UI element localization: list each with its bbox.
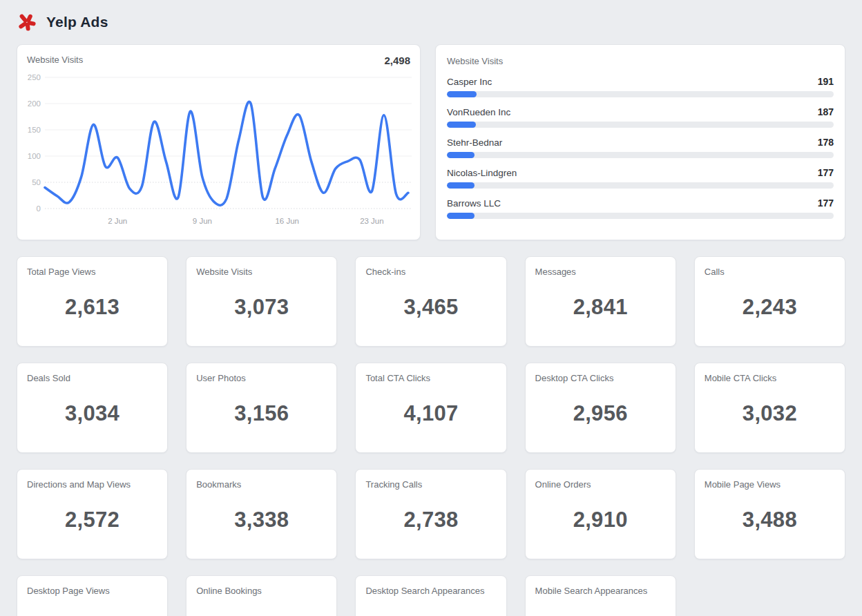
metric-value-area: [196, 597, 327, 616]
metric-value-area: 2,956: [535, 384, 666, 443]
metric-value: 3,338: [234, 508, 289, 532]
chart-total-value: 2,498: [384, 55, 410, 66]
leaderboard-row-header: Barrows LLC177: [447, 198, 834, 209]
progress-bar-track: [447, 91, 834, 97]
leaderboard-row-header: VonRueden Inc187: [447, 106, 834, 117]
metric-card: User Photos3,156: [186, 363, 337, 453]
metric-value: 2,956: [573, 401, 628, 426]
metric-value-area: 3,073: [196, 278, 327, 336]
metric-card: Calls2,243: [694, 256, 845, 347]
metric-card: Total CTA Clicks4,107: [355, 363, 506, 453]
metric-value-area: 4,107: [365, 384, 496, 443]
company-value: 177: [818, 198, 834, 209]
y-axis-tick-label: 0: [37, 204, 41, 213]
page-title: Yelp Ads: [46, 14, 108, 30]
metric-value-area: 3,488: [705, 490, 835, 549]
metric-label: Total Page Views: [27, 267, 157, 278]
leaderboard-row: Nicolas-Lindgren177: [447, 167, 834, 189]
metric-card: Deals Sold3,034: [17, 363, 168, 453]
metric-label: Online Orders: [535, 479, 666, 490]
metric-card: Mobile Page Views3,488: [694, 469, 845, 559]
metric-label: Desktop CTA Clicks: [535, 373, 666, 384]
progress-bar-fill: [447, 182, 475, 189]
metric-label: Mobile Page Views: [705, 479, 835, 490]
y-axis-tick-label: 250: [28, 73, 41, 81]
leaderboard-row-header: Casper Inc191: [447, 76, 834, 87]
yelp-burst-icon: [17, 11, 37, 33]
website-visits-line-chart: 0501001502002502 Jun9 Jun16 Jun23 Jun: [27, 69, 412, 231]
leaderboard-row-header: Nicolas-Lindgren177: [447, 167, 834, 178]
header: Yelp Ads: [0, 0, 862, 44]
company-name: Stehr-Bednar: [447, 137, 502, 148]
metric-label: Bookmarks: [196, 479, 327, 490]
metric-label: Check-ins: [365, 267, 496, 278]
metric-card: Tracking Calls2,738: [355, 469, 506, 559]
leaderboard-title: Website Visits: [447, 56, 834, 67]
metric-card: Website Visits3,073: [186, 256, 337, 347]
progress-bar-fill: [447, 213, 475, 219]
metric-label: Desktop Search Appearances: [365, 586, 496, 597]
metric-value-area: 3,156: [196, 384, 327, 443]
metric-card: Messages2,841: [525, 256, 676, 347]
progress-bar-track: [447, 152, 834, 158]
metric-value-area: 3,338: [196, 490, 327, 549]
company-value: 177: [818, 167, 834, 178]
chart-card-header: Website Visits 2,498: [27, 55, 410, 66]
x-axis-tick-label: 9 Jun: [193, 217, 212, 225]
y-axis-tick-label: 100: [28, 152, 41, 160]
y-axis-tick-label: 50: [32, 178, 41, 186]
metric-label: Deals Sold: [27, 373, 157, 384]
website-visits-chart-card: Website Visits 2,498 0501001502002502 Ju…: [17, 44, 421, 240]
metric-card: Mobile CTA Clicks3,032: [694, 363, 845, 453]
metric-label: Mobile Search Appearances: [535, 586, 666, 597]
metric-card: Total Page Views2,613: [17, 256, 168, 347]
progress-bar-track: [447, 182, 834, 189]
metric-card: Desktop Search Appearances: [355, 575, 506, 616]
metric-card: Online Bookings: [186, 575, 337, 616]
metric-value-area: 2,243: [705, 278, 835, 336]
metric-label: Website Visits: [196, 267, 327, 278]
metric-value-area: 3,465: [365, 278, 496, 336]
metric-label: Messages: [535, 267, 666, 278]
metric-value: 2,738: [403, 508, 458, 532]
metric-value: 3,465: [403, 295, 458, 320]
metric-label: Calls: [705, 267, 835, 278]
progress-bar-fill: [447, 122, 476, 128]
progress-bar-fill: [447, 91, 477, 97]
company-name: Casper Inc: [447, 77, 492, 87]
leaderboard-row: VonRueden Inc187: [447, 106, 834, 128]
metric-value-area: 3,034: [27, 384, 157, 443]
metric-value: 3,156: [234, 401, 289, 426]
metric-card: Desktop CTA Clicks2,956: [525, 363, 676, 453]
progress-bar-fill: [447, 152, 475, 158]
metric-label: Desktop Page Views: [27, 586, 157, 597]
progress-bar-track: [447, 122, 834, 128]
metric-value-area: 3,032: [705, 384, 835, 443]
y-axis-tick-label: 150: [28, 126, 41, 134]
website-visits-leaderboard-card: Website Visits Casper Inc191VonRueden In…: [435, 44, 845, 240]
metric-value-area: [365, 597, 496, 616]
metric-label: Mobile CTA Clicks: [705, 373, 835, 384]
metrics-grid: Total Page Views2,613Website Visits3,073…: [17, 256, 845, 616]
x-axis-tick-label: 2 Jun: [108, 217, 127, 225]
company-value: 187: [818, 106, 834, 117]
chart-title: Website Visits: [27, 55, 83, 66]
company-name: Barrows LLC: [447, 198, 501, 209]
metric-value-area: [535, 597, 666, 616]
metric-value: 3,034: [65, 401, 119, 426]
metric-value: 2,613: [65, 295, 119, 320]
metric-value-area: 2,613: [27, 278, 157, 336]
metric-value: 3,032: [743, 401, 797, 426]
metric-card: Check-ins3,465: [355, 256, 506, 347]
metric-value: 2,243: [743, 295, 797, 320]
company-name: VonRueden Inc: [447, 107, 510, 117]
company-name: Nicolas-Lindgren: [447, 168, 517, 178]
metric-label: Total CTA Clicks: [365, 373, 496, 384]
metric-label: User Photos: [196, 373, 327, 384]
progress-bar-track: [447, 213, 834, 219]
metric-label: Directions and Map Views: [27, 479, 157, 490]
x-axis-tick-label: 23 Jun: [360, 217, 384, 225]
y-axis-tick-label: 200: [28, 99, 41, 108]
dashboard-page: Yelp Ads Website Visits 2,498 0501001502…: [0, 0, 862, 616]
metric-card: Online Orders2,910: [525, 469, 676, 559]
